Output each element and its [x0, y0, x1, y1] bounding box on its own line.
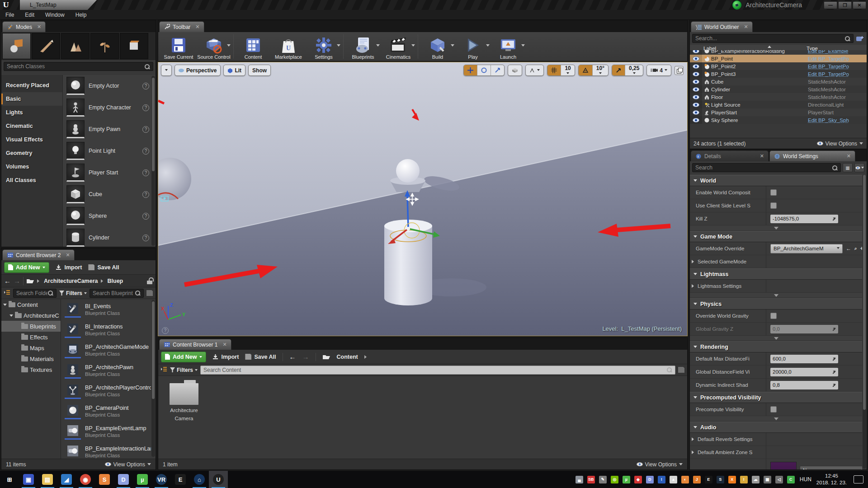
- tree-folder-textures[interactable]: Textures: [1, 364, 61, 375]
- cb1-view-options[interactable]: View Options: [637, 461, 683, 468]
- expand-icon[interactable]: [692, 450, 696, 454]
- world-local-toggle[interactable]: [508, 65, 522, 75]
- rotation-snap-toggle[interactable]: [579, 65, 593, 75]
- tray-onedrive[interactable]: ☁: [752, 476, 760, 483]
- tree-folder-maps[interactable]: Maps: [1, 343, 61, 353]
- number-field[interactable]: 20000,0: [770, 368, 838, 376]
- tab-modes[interactable]: Modes✕: [2, 21, 46, 32]
- breadcrumb-blueprints[interactable]: Bluep: [108, 278, 123, 284]
- toolbar-play-button[interactable]: Play: [455, 33, 491, 61]
- close-icon[interactable]: ✕: [195, 24, 199, 30]
- visibility-eye-icon[interactable]: [690, 55, 702, 62]
- perspective-button[interactable]: Perspective: [175, 65, 221, 76]
- place-mode-tile[interactable]: [2, 33, 31, 59]
- visibility-eye-icon[interactable]: [690, 70, 702, 78]
- clock[interactable]: 12:452018. 12. 23.: [816, 473, 847, 486]
- section-audio[interactable]: Audio: [690, 422, 862, 433]
- close-icon[interactable]: ✕: [37, 24, 41, 30]
- outliner-row-cube[interactable]: Cube StaticMeshActor: [690, 78, 867, 85]
- edit-blueprint-link[interactable]: Edit BP_Example: [808, 50, 867, 54]
- camera-speed-button[interactable]: 4: [647, 65, 671, 75]
- toolbar-launch-button[interactable]: Launch: [491, 33, 526, 61]
- asset-bi_interactions[interactable]: BI_Interactions Blueprint Class: [61, 319, 151, 340]
- outliner-row-bp_point[interactable]: BP_Point Edit BP_TargetPo: [690, 55, 867, 62]
- forward-button[interactable]: →: [14, 277, 20, 285]
- asset-bp_architechpawn[interactable]: BP_ArchitechPawn Blueprint Class: [61, 360, 151, 380]
- tab-toolbar[interactable]: Toolbar✕: [159, 21, 204, 32]
- taskbar-utorrent[interactable]: µ: [133, 471, 152, 488]
- dropdown-caret-icon[interactable]: [521, 44, 525, 48]
- expand-icon[interactable]: [692, 260, 696, 263]
- placeable-empty-actor[interactable]: Empty Actor ?: [63, 75, 156, 97]
- display-filter-eye-icon[interactable]: [854, 163, 864, 172]
- tab-world-settings[interactable]: World Settings✕: [769, 150, 855, 161]
- category-volumes[interactable]: Volumes: [1, 160, 62, 174]
- placeable-point-light[interactable]: Point Light ?: [63, 140, 156, 162]
- folder-architecture-camera[interactable]: Architecture Camera: [165, 383, 203, 421]
- outliner-row-light-source[interactable]: Light Source DirectionalLight: [690, 101, 867, 108]
- tray-info-blue[interactable]: !: [658, 476, 665, 483]
- viewport-options-button[interactable]: [161, 65, 172, 76]
- category-cinematic[interactable]: Cinematic: [1, 119, 62, 133]
- dropdown-caret-icon[interactable]: [451, 44, 454, 48]
- visibility-eye-icon[interactable]: [690, 93, 702, 101]
- tree-folder-materials[interactable]: Materials: [1, 353, 61, 364]
- tree-folder-architecturec[interactable]: ArchitectureC: [1, 310, 61, 321]
- tab-content-browser-1[interactable]: Content Browser 1✕: [159, 339, 231, 350]
- visibility-eye-icon[interactable]: [690, 85, 702, 93]
- expand-icon[interactable]: [692, 284, 696, 288]
- tray-cloud-upload[interactable]: ▲: [670, 476, 677, 483]
- maximize-viewport-button[interactable]: [675, 66, 684, 75]
- help-icon[interactable]: ?: [142, 191, 149, 198]
- tray-volume[interactable]: ◁: [775, 476, 783, 483]
- collapse-sources-icon[interactable]: [4, 290, 10, 296]
- tray-recycle-green[interactable]: C: [787, 476, 795, 483]
- filters-button[interactable]: Filters: [59, 290, 87, 296]
- taskbar-vscode[interactable]: ◢: [57, 471, 76, 488]
- taskbar-home-app[interactable]: ⌂: [190, 471, 209, 488]
- close-button[interactable]: ✕: [853, 1, 866, 9]
- back-button[interactable]: ←: [289, 353, 296, 361]
- search-folders-input[interactable]: Search Folde: [13, 289, 57, 298]
- dropdown-caret-icon[interactable]: [486, 44, 490, 48]
- section-physics[interactable]: Physics: [690, 298, 862, 310]
- collapse-sources-icon[interactable]: [161, 367, 167, 373]
- help-icon[interactable]: ?: [142, 235, 149, 241]
- outliner-row-bp_exampleinteractionrotating[interactable]: BP_ExampleInteractionRotating Edit BP_Ex…: [690, 50, 867, 55]
- toolbar-source-control-button[interactable]: Source Control: [196, 33, 231, 61]
- visibility-eye-icon[interactable]: [690, 50, 702, 55]
- placeable-cylinder[interactable]: Cylinder ?: [63, 227, 156, 247]
- level-tab[interactable]: L_TestMap: [20, 0, 97, 10]
- minimize-button[interactable]: —: [824, 1, 837, 9]
- placeable-cube[interactable]: Cube ?: [63, 183, 156, 205]
- toolbar-marketplace-button[interactable]: U Marketplace: [271, 33, 306, 61]
- toolbar-settings-button[interactable]: Settings: [306, 33, 341, 61]
- dropdown-caret-icon[interactable]: [337, 44, 340, 48]
- menu-file[interactable]: File: [0, 10, 19, 20]
- scale-snap-toggle[interactable]: [612, 65, 625, 75]
- visibility-eye-icon[interactable]: [690, 78, 702, 85]
- tray-nvidia[interactable]: ◎: [611, 476, 618, 483]
- gamemode-dropdown[interactable]: BP_ArchitechGameM: [770, 244, 843, 253]
- help-icon[interactable]: ?: [142, 126, 149, 133]
- geometry-editing-mode-tile[interactable]: [120, 33, 148, 59]
- restore-button[interactable]: ❐: [838, 1, 852, 9]
- taskbar-file-explorer[interactable]: ▤: [38, 471, 57, 488]
- placeable-empty-character[interactable]: Empty Character ?: [63, 97, 156, 118]
- outliner-view-options[interactable]: View Options: [817, 141, 863, 147]
- edit-blueprint-link[interactable]: Edit BP_TargetPo: [808, 56, 867, 61]
- toolbar-content-button[interactable]: Content: [236, 33, 271, 61]
- sound-mix-thumbnail[interactable]: None: [770, 462, 797, 470]
- section-expander[interactable]: [690, 225, 862, 231]
- forward-button[interactable]: →: [302, 353, 309, 361]
- foliage-mode-tile[interactable]: [90, 33, 119, 59]
- tray-discord-tray[interactable]: D: [646, 476, 654, 483]
- viewport-help-icon[interactable]: ?: [162, 327, 169, 334]
- cb2-view-options[interactable]: View Options: [105, 461, 151, 468]
- help-icon[interactable]: ?: [142, 213, 149, 220]
- menu-window[interactable]: Window: [40, 10, 70, 20]
- expand-icon[interactable]: [3, 304, 7, 308]
- add-new-button[interactable]: Add New: [4, 262, 49, 273]
- close-icon[interactable]: ✕: [744, 24, 748, 30]
- assets-scrollbar[interactable]: [151, 300, 155, 457]
